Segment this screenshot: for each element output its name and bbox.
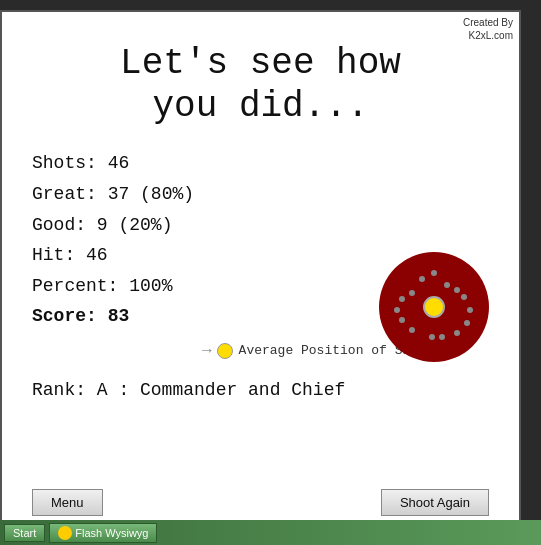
hit-dot [399,296,405,302]
rank-text: Rank: A : Commander and Chief [32,380,519,400]
page-title: Let's see how you did... [2,42,519,128]
shots-stat: Shots: 46 [32,148,519,179]
menu-button[interactable]: Menu [32,489,103,516]
hit-dot [431,270,437,276]
arrow-icon: → [202,342,212,360]
target-circle [379,252,489,362]
taskbar: Start Flash Wysiwyg [0,520,541,545]
hit-dot [464,320,470,326]
center-dot [423,296,445,318]
hit-dot [429,334,435,340]
target-visualization [379,252,489,362]
hit-dot [461,294,467,300]
app-taskbar-button[interactable]: Flash Wysiwyg [49,523,157,543]
hit-dot [399,317,405,323]
hit-dot [394,307,400,313]
results-window: Created By K2xL.com Let's see how you di… [0,10,521,530]
good-stat: Good: 9 (20%) [32,210,519,241]
legend-circle-icon [217,343,233,359]
hit-dot [419,276,425,282]
hit-dot [454,287,460,293]
app-icon [58,526,72,540]
hit-dot [444,282,450,288]
hit-dot [454,330,460,336]
bottom-buttons: Menu Shoot Again [2,489,519,516]
shoot-again-button[interactable]: Shoot Again [381,489,489,516]
hit-dot [439,334,445,340]
great-stat: Great: 37 (80%) [32,179,519,210]
start-button[interactable]: Start [4,524,45,542]
hit-dot [409,290,415,296]
hit-dot [467,307,473,313]
hit-dot [409,327,415,333]
created-by-text: Created By K2xL.com [463,16,513,42]
